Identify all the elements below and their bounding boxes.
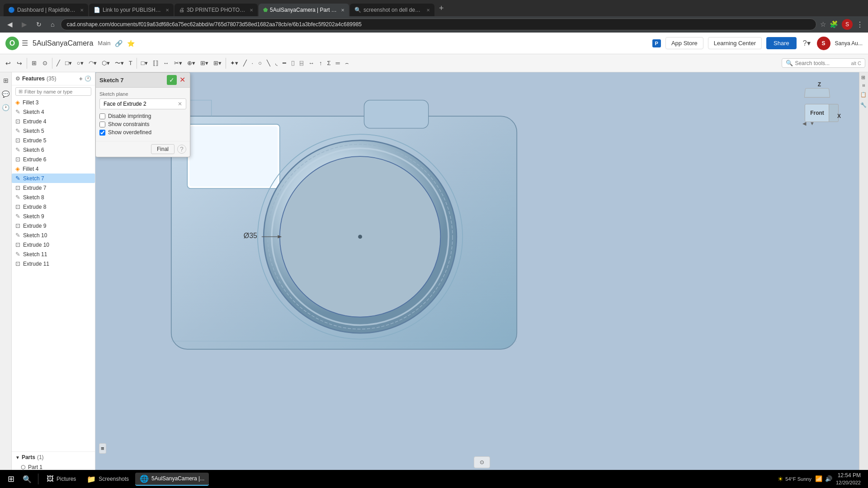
user-avatar[interactable]: S	[817, 37, 830, 50]
tab-1-close[interactable]: ✕	[80, 8, 84, 13]
tab-5[interactable]: 🔍 screenshot on dell desktop - Go... ✕	[350, 4, 434, 16]
back-button[interactable]: ◀	[5, 19, 15, 30]
list-item-sketch7[interactable]: ✎ Sketch 7	[12, 174, 95, 183]
list-item[interactable]: ✎ Sketch 5	[12, 126, 95, 136]
features-settings-icon[interactable]: ⚙	[15, 75, 20, 82]
onshape-icon[interactable]: ⭐	[127, 40, 135, 47]
circle-tool[interactable]: ○▾	[75, 58, 86, 68]
taskbar-app-2[interactable]: 📁 Screenshots	[82, 473, 133, 485]
features-add-icon[interactable]: +	[79, 75, 83, 82]
line-tool[interactable]: ╱	[54, 58, 62, 68]
text-tool[interactable]: T	[127, 58, 135, 68]
list-item[interactable]: ◈ Fillet 3	[12, 98, 95, 107]
cube-front-face[interactable]: Front	[805, 104, 830, 122]
wifi-icon[interactable]: 📶	[815, 475, 822, 482]
features-button[interactable]: ⊙	[40, 58, 50, 68]
trim-tool[interactable]: ✂▾	[172, 58, 184, 68]
windows-start-button[interactable]: ⊞	[4, 472, 18, 486]
sidebar-icon-features[interactable]: ⊞	[1, 75, 10, 86]
pattern-tool[interactable]: ⊞▾	[198, 58, 211, 68]
redo-button[interactable]: ↪	[14, 58, 25, 69]
sketch-confirm-button[interactable]: ✓	[167, 75, 177, 85]
parallel-tool[interactable]: ━	[280, 58, 288, 68]
offset-tool[interactable]: ⟦⟧	[151, 58, 160, 68]
list-item[interactable]: ✎ Sketch 11	[12, 249, 95, 259]
list-item[interactable]: ◈ Fillet 4	[12, 164, 95, 174]
sum-tool[interactable]: Σ	[325, 58, 333, 68]
list-item[interactable]: ✎ Sketch 10	[12, 230, 95, 240]
sketch-close-button[interactable]: ✕	[179, 75, 186, 84]
list-item[interactable]: ✎ Sketch 9	[12, 211, 95, 221]
transform-tool[interactable]: ⊕▾	[185, 58, 198, 68]
tab-4-close[interactable]: ✕	[341, 8, 344, 13]
viewport-list-icon[interactable]: ≡	[99, 443, 106, 454]
construct-tool[interactable]: ○	[256, 58, 264, 68]
share-button[interactable]: Share	[766, 37, 797, 49]
list-item[interactable]: ⊡ Extrude 9	[12, 221, 95, 230]
reload-button[interactable]: ↻	[33, 19, 44, 29]
vert-tool[interactable]: ↑	[317, 58, 325, 68]
undo-button[interactable]: ↩	[3, 58, 14, 69]
link-button[interactable]: 🔗	[115, 40, 123, 47]
learning-center-button[interactable]: Learning Center	[708, 37, 762, 49]
rectangle-tool[interactable]: □▾	[63, 58, 74, 68]
filter-input[interactable]	[24, 89, 88, 94]
menu-button[interactable]: ⋮	[856, 20, 863, 29]
show-constraints-label[interactable]: Show constraints	[108, 121, 149, 127]
tab-4-active[interactable]: ⬟ 5AulSanyaCamera | Part Studio 1 ✕	[259, 4, 349, 16]
spline-tool[interactable]: 〜▾	[113, 57, 126, 69]
bookmark-button[interactable]: ☆	[820, 20, 826, 28]
sketch-plane-selector[interactable]: Face of Extrude 2 ✕	[99, 99, 186, 109]
list-item[interactable]: ⊡ Extrude 7	[12, 183, 95, 192]
features-clock-icon[interactable]: 🕐	[85, 75, 91, 82]
dim-tool[interactable]: ╱	[241, 58, 249, 68]
profile-button[interactable]: S	[842, 19, 853, 30]
search-taskbar-button[interactable]: 🔍	[20, 472, 34, 486]
list-item[interactable]: ⊡ Extrude 11	[12, 259, 95, 268]
hamburger-icon[interactable]: ☰	[22, 39, 28, 47]
extensions-button[interactable]: 🧩	[830, 20, 838, 28]
point-tool[interactable]: ·	[250, 58, 256, 68]
user-name[interactable]: Sanya Au...	[835, 40, 863, 47]
tab-2-close[interactable]: ✕	[165, 8, 169, 13]
app-store-button[interactable]: App Store	[665, 37, 703, 49]
rebuild-button[interactable]: ⊞	[29, 58, 39, 68]
sidebar-icon-comments[interactable]: 💬	[0, 89, 11, 99]
arc-sketch-tool[interactable]: ⌢	[343, 58, 351, 69]
show-constraints-checkbox[interactable]	[99, 122, 105, 127]
cube-top-face[interactable]	[804, 88, 830, 98]
list-item[interactable]: ⊡ Extrude 5	[12, 136, 95, 145]
axis-tool[interactable]: ╲	[264, 58, 273, 68]
right-panel-btn-4[interactable]: 🔧	[859, 100, 868, 109]
list-item[interactable]: ⊡ Extrude 6	[12, 155, 95, 164]
tab-2[interactable]: 📄 Link to your PUBLISHED Instru... ✕	[89, 4, 174, 16]
horiz-tool[interactable]: ↔	[306, 58, 316, 68]
search-tools-input[interactable]	[795, 60, 849, 66]
coincident-tool[interactable]: ✦▾	[228, 58, 241, 68]
list-item[interactable]: ✎ Sketch 8	[12, 192, 95, 202]
disable-imprinting-label[interactable]: Disable imprinting	[108, 113, 151, 119]
viewport[interactable]: Ø35 Sketch 7 ✓ ✕ Sketch plane Face of Ex…	[95, 72, 868, 472]
array-tool[interactable]: ⊞▾	[211, 58, 224, 68]
polygon-tool[interactable]: ⬡▾	[99, 58, 112, 68]
weather-widget[interactable]: ☀ 54°F Sunny	[778, 475, 811, 483]
final-button[interactable]: Final	[151, 144, 175, 154]
right-panel-btn-1[interactable]: ⊞	[859, 74, 868, 81]
address-bar[interactable]: cad.onshape.com/documents/f019a63df68c6a…	[61, 19, 816, 30]
show-overdefined-checkbox[interactable]	[99, 130, 105, 136]
mirror-tool[interactable]: ↔	[161, 58, 171, 68]
sidebar-icon-history[interactable]: 🕐	[0, 102, 11, 113]
tangent-tool[interactable]: ⌸	[297, 58, 306, 68]
taskbar-app-1[interactable]: 🖼 Pictures	[42, 473, 80, 485]
tab-3-close[interactable]: ✕	[250, 8, 253, 13]
list-item[interactable]: ✎ Sketch 4	[12, 107, 95, 117]
fillet-sketch-tool[interactable]: ◟	[273, 58, 280, 68]
right-panel-btn-2[interactable]: ≡	[860, 83, 868, 88]
taskbar-app-3-active[interactable]: 🌐 5AulSanyaCamera |...	[135, 473, 209, 486]
list-item[interactable]: ⊡ Extrude 8	[12, 202, 95, 211]
show-overdefined-label[interactable]: Show overdefined	[108, 129, 151, 136]
disable-imprinting-checkbox[interactable]	[99, 113, 105, 119]
home-button[interactable]: ⌂	[48, 19, 57, 29]
tab-5-close[interactable]: ✕	[426, 8, 430, 13]
right-panel-btn-3[interactable]: 📋	[859, 90, 868, 99]
